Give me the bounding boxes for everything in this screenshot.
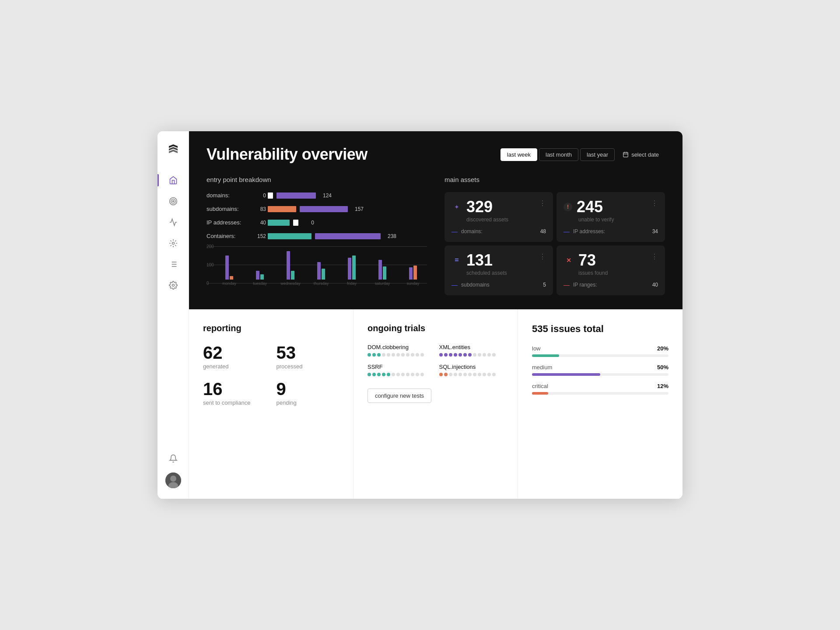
user-avatar[interactable] xyxy=(165,472,181,488)
dot xyxy=(377,353,381,357)
dash-icon-scheduled: — xyxy=(452,281,458,288)
bar-row-subdomains: subdomains: 83 157 xyxy=(206,206,427,212)
issue-bar-bg-critical xyxy=(532,392,668,395)
trials-title: ongoing trials xyxy=(368,323,504,333)
asset-menu-unverified[interactable]: ⋮ xyxy=(651,199,658,207)
asset-menu-discovered[interactable]: ⋮ xyxy=(539,199,546,207)
dot xyxy=(444,373,448,376)
dot xyxy=(444,353,448,357)
reporting-grid: 62 generated 53 processed 16 sent to com… xyxy=(203,344,339,406)
asset-top-scheduled: = 131 ⋮ xyxy=(452,252,546,268)
issues-card: 535 issues total low 20% medium 50% xyxy=(518,309,682,499)
dot xyxy=(483,373,486,376)
sidebar-item-scope[interactable] xyxy=(164,234,182,252)
dot xyxy=(487,353,491,357)
trial-dots-xml xyxy=(439,353,504,357)
detail-value-discovered: 48 xyxy=(540,228,546,234)
select-date-label: select date xyxy=(631,151,659,158)
dot xyxy=(454,373,457,376)
asset-number-issues: 73 xyxy=(578,252,596,268)
detail-value-issues: 40 xyxy=(652,282,658,288)
sidebar-item-analytics[interactable] xyxy=(164,214,182,231)
bar-ip-right xyxy=(293,220,298,226)
asset-card-discovered: ✦ 329 ⋮ discovered assets — domains: 48 xyxy=(444,192,553,242)
bar-sun-purple xyxy=(409,267,413,280)
stat-label-generated: generated xyxy=(203,363,266,370)
dot xyxy=(392,373,395,376)
dot xyxy=(401,373,405,376)
asset-detail-discovered: — domains: 48 xyxy=(452,228,546,235)
day-bars-monday xyxy=(225,245,233,280)
filter-last-month[interactable]: last month xyxy=(539,148,578,161)
sidebar-item-list[interactable] xyxy=(164,256,182,273)
issue-top-medium: medium 50% xyxy=(532,364,668,371)
asset-number-discovered: 329 xyxy=(466,199,493,215)
svg-rect-14 xyxy=(623,152,628,157)
sidebar-nav xyxy=(164,172,182,450)
issues-title: 535 issues total xyxy=(532,323,668,335)
bar-val-domains-right: 124 xyxy=(319,192,332,199)
notification-bell[interactable] xyxy=(164,450,182,467)
dot xyxy=(478,373,481,376)
bar-ip-left xyxy=(268,220,290,226)
filter-last-week[interactable]: last week xyxy=(500,148,537,161)
bar-cont-right xyxy=(315,233,381,239)
dot xyxy=(487,373,491,376)
entry-point-section: entry point breakdown domains: 0 124 xyxy=(206,176,427,295)
trial-dots-sql xyxy=(439,373,504,376)
sidebar-item-settings[interactable] xyxy=(164,276,182,294)
top-content: entry point breakdown domains: 0 124 xyxy=(206,176,665,295)
asset-card-scheduled: = 131 ⋮ scheduled assets — subdomains 5 xyxy=(444,245,553,295)
dot xyxy=(454,353,457,357)
detail-value-unverified: 34 xyxy=(652,228,658,234)
sidebar-item-home[interactable] xyxy=(164,172,182,189)
sidebar-item-target[interactable] xyxy=(164,192,182,210)
trial-name-sql: SQL.injections xyxy=(439,364,504,370)
trial-dots-ssrf xyxy=(368,373,432,376)
asset-menu-scheduled[interactable]: ⋮ xyxy=(539,252,546,261)
day-bars-wednesday xyxy=(287,245,294,280)
trial-ssrf: SSRF xyxy=(368,364,432,376)
sidebar-bottom xyxy=(164,450,182,488)
dot xyxy=(492,373,496,376)
bar-val-cont-left: 152 xyxy=(254,233,266,239)
detail-label-unverified: IP addresses: xyxy=(573,228,649,234)
asset-menu-issues[interactable]: ⋮ xyxy=(651,252,658,261)
dot xyxy=(382,373,385,376)
dot xyxy=(406,353,410,357)
trial-dom: DOM.clobbering xyxy=(368,344,432,357)
dot xyxy=(368,353,371,357)
dot xyxy=(473,373,476,376)
dot xyxy=(463,353,467,357)
stat-num-compliance: 16 xyxy=(203,380,266,398)
select-date-button[interactable]: select date xyxy=(616,149,665,161)
label-wednesday: wednesday xyxy=(280,281,301,286)
dot xyxy=(492,353,496,357)
bar-row-domains: domains: 0 124 xyxy=(206,192,427,199)
dot xyxy=(420,353,424,357)
filter-last-year[interactable]: last year xyxy=(580,148,615,161)
trial-dots-dom xyxy=(368,353,432,357)
issue-pct-low: 20% xyxy=(657,345,668,352)
reporting-title: reporting xyxy=(203,323,339,333)
trial-name-xml: XML.entities xyxy=(439,344,504,350)
dot xyxy=(416,353,419,357)
trial-xml: XML.entities xyxy=(439,344,504,357)
label-monday: monday xyxy=(222,281,236,286)
bar-row-ip: IP addresses: 40 0 xyxy=(206,219,427,226)
dot xyxy=(483,353,486,357)
configure-new-tests-button[interactable]: configure new tests xyxy=(368,388,431,403)
svg-point-10 xyxy=(172,284,174,287)
bar-val-sub-left: 83 xyxy=(254,206,266,212)
trials-grid: DOM.clobbering xyxy=(368,344,504,376)
bar-row-containers: Containers: 152 238 xyxy=(206,233,427,239)
dot xyxy=(387,353,390,357)
dot xyxy=(372,373,376,376)
day-wednesday: wednesday xyxy=(276,245,304,286)
dot xyxy=(458,353,462,357)
issue-row-critical: critical 12% xyxy=(532,383,668,395)
dot xyxy=(392,353,395,357)
bar-val-sub-right: 157 xyxy=(351,206,364,212)
bar-label-ip: IP addresses: xyxy=(206,219,250,226)
dot xyxy=(382,353,385,357)
